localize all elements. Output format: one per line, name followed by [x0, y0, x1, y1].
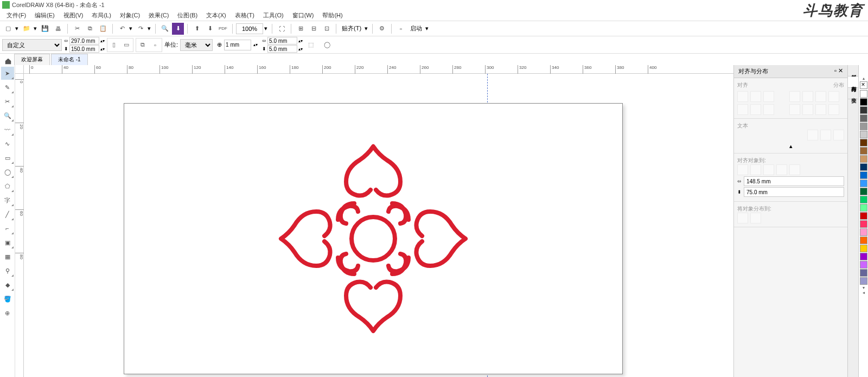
launch-label[interactable]: 启动 — [408, 24, 424, 33]
connector-tool[interactable]: ⌐ — [1, 222, 14, 235]
guides-button[interactable]: ⊡ — [321, 23, 333, 35]
palette-up-icon[interactable]: ▴ — [859, 76, 868, 81]
nudge-input[interactable] — [224, 40, 251, 50]
color-swatch-22[interactable] — [860, 269, 867, 277]
paste-button[interactable]: 📋 — [97, 23, 109, 35]
text-first-line-button[interactable] — [820, 130, 831, 140]
color-swatch-23[interactable] — [860, 277, 867, 285]
menu-effects[interactable]: 效果(C) — [144, 10, 173, 21]
color-swatch-16[interactable] — [860, 220, 867, 228]
menu-view[interactable]: 视图(V) — [59, 10, 88, 21]
home-icon[interactable] — [4, 57, 12, 65]
dup-x-input[interactable] — [267, 37, 297, 44]
page-preset-select[interactable]: 自定义 — [2, 39, 62, 51]
color-swatch-1[interactable] — [860, 98, 867, 106]
dup-y-input[interactable] — [267, 45, 297, 53]
zoom-tool[interactable]: 🔍 — [1, 109, 14, 122]
color-swatch-14[interactable] — [860, 204, 867, 212]
units-select[interactable]: 毫米 — [180, 39, 213, 51]
tab-document-1[interactable]: 未命名 -1 — [51, 54, 88, 65]
align-to-point-button[interactable] — [789, 164, 800, 175]
align-right-button[interactable] — [763, 91, 774, 102]
options-gear-button[interactable]: ◯ — [321, 39, 333, 51]
color-swatch-3[interactable] — [860, 114, 867, 122]
grid-button[interactable]: ⊟ — [308, 23, 320, 35]
text-bounding-button[interactable] — [833, 130, 844, 140]
align-left-button[interactable] — [737, 91, 748, 102]
all-pages-button[interactable]: ⧉ — [137, 39, 149, 51]
color-swatch-18[interactable] — [860, 237, 867, 244]
align-bottom-button[interactable] — [763, 104, 774, 115]
save-button[interactable]: 💾 — [39, 23, 51, 35]
docker-tab-properties[interactable]: 对象属性 — [848, 65, 858, 76]
pick-tool[interactable]: ➤ — [1, 67, 14, 80]
import-button[interactable]: ⬇ — [172, 23, 184, 35]
shape-tool[interactable]: ✎ — [1, 81, 14, 94]
smart-fill-tool[interactable]: 🪣 — [1, 292, 14, 305]
text-tool[interactable]: 字 — [1, 194, 14, 207]
menu-bitmap[interactable]: 位图(B) — [173, 10, 202, 21]
dist-top-button[interactable] — [789, 104, 800, 115]
new-button[interactable]: ▢ — [2, 23, 14, 35]
menu-text[interactable]: 文本(X) — [202, 10, 231, 21]
eyedropper-tool[interactable]: ⚲ — [1, 264, 14, 277]
page-height-input[interactable] — [69, 45, 99, 53]
no-fill-swatch[interactable] — [860, 81, 867, 89]
align-center-v-button[interactable] — [750, 104, 761, 115]
freehand-tool[interactable]: 〰 — [1, 123, 14, 136]
align-to-page-edge-button[interactable] — [750, 164, 761, 175]
transparency-tool[interactable]: ▦ — [1, 250, 14, 263]
dist-right-button[interactable] — [828, 91, 839, 102]
color-swatch-7[interactable] — [860, 147, 867, 155]
undo-button[interactable]: ↶ — [116, 23, 128, 35]
rulers-button[interactable]: ⊞ — [295, 23, 307, 35]
align-x-input[interactable] — [744, 176, 844, 186]
open-button[interactable]: 📁 — [21, 23, 33, 35]
menu-table[interactable]: 表格(T) — [231, 10, 259, 21]
collapse-icon[interactable]: ▴ — [737, 143, 844, 150]
color-swatch-10[interactable] — [860, 171, 867, 179]
search-button[interactable]: 🔍 — [159, 23, 171, 35]
dist-center-h-button[interactable] — [802, 91, 813, 102]
palette-down-icon[interactable]: ▾ — [859, 285, 868, 290]
menu-object[interactable]: 对象(C) — [116, 10, 144, 21]
export-button[interactable]: ⬆ — [191, 23, 203, 35]
menu-window[interactable]: 窗口(W) — [288, 10, 318, 21]
landscape-button[interactable]: ▭ — [120, 39, 132, 51]
crop-tool[interactable]: ✂ — [1, 95, 14, 108]
color-swatch-5[interactable] — [860, 131, 867, 138]
horizontal-ruler[interactable]: 0 40 60 80 100 120 140 160 180 200 220 2… — [24, 65, 733, 74]
align-center-h-button[interactable] — [750, 91, 761, 102]
publish-button[interactable]: ⬇ — [204, 23, 216, 35]
current-page-button[interactable]: ▫ — [149, 39, 161, 51]
pdf-button[interactable]: PDF — [217, 23, 229, 35]
copy-button[interactable]: ⧉ — [84, 23, 96, 35]
dist-left-button[interactable] — [789, 91, 800, 102]
color-swatch-17[interactable] — [860, 228, 867, 236]
ruler-origin[interactable] — [15, 65, 24, 74]
color-swatch-21[interactable] — [860, 261, 867, 269]
fullscreen-button[interactable]: ⛶ — [276, 23, 288, 35]
redo-button[interactable]: ↷ — [135, 23, 146, 35]
color-swatch-15[interactable] — [860, 212, 867, 220]
tab-welcome[interactable]: 欢迎屏幕 — [14, 54, 50, 65]
dist-spacing-h-button[interactable] — [815, 91, 826, 102]
artistic-media-tool[interactable]: ∿ — [1, 137, 14, 150]
drop-shadow-tool[interactable]: ▣ — [1, 236, 14, 249]
color-swatch-11[interactable] — [860, 180, 867, 187]
cut-button[interactable]: ✂ — [71, 23, 83, 35]
rectangle-tool[interactable]: ▭ — [1, 151, 14, 164]
color-swatch-20[interactable] — [860, 253, 867, 260]
menu-tools[interactable]: 工具(O) — [259, 10, 288, 21]
color-swatch-8[interactable] — [860, 155, 867, 163]
menu-layout[interactable]: 布局(L) — [87, 10, 115, 21]
dist-spacing-v-button[interactable] — [815, 104, 826, 115]
docker-tab-align[interactable]: 对齐与分布 — [848, 76, 858, 88]
interactive-fill-tool[interactable]: ◆ — [1, 278, 14, 291]
align-to-page-center-button[interactable] — [763, 164, 774, 175]
ellipse-tool[interactable]: ◯ — [1, 165, 14, 178]
options-button[interactable]: ⚙ — [376, 23, 388, 35]
polygon-tool[interactable]: ⬠ — [1, 180, 14, 193]
quick-customize[interactable]: ⊕ — [1, 306, 14, 320]
snap-label[interactable]: 贴齐(T) — [340, 24, 363, 33]
